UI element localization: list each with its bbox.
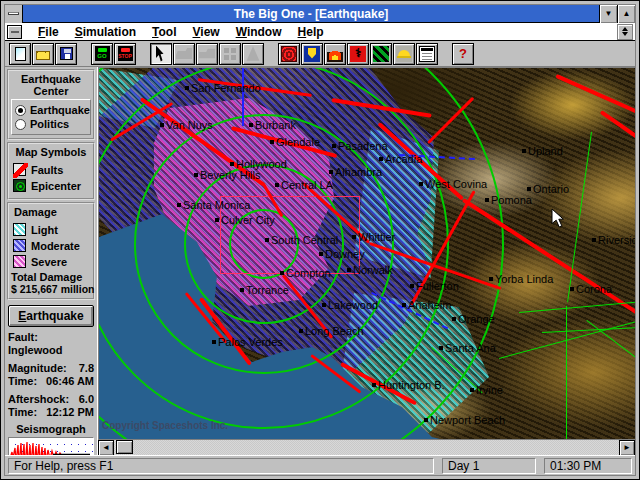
city-label-san-fernando: San Fernando: [185, 82, 261, 94]
stop-button[interactable]: STOP: [114, 43, 136, 65]
city-marker-icon: [439, 346, 443, 350]
map-symbols-list: FaultsEpicenter: [11, 163, 91, 192]
earthquake-button[interactable]: Earthquake: [8, 305, 94, 327]
city-marker-icon: [249, 123, 253, 127]
grid-tool-button[interactable]: [219, 43, 241, 65]
fire-truck-tool-button[interactable]: [173, 43, 195, 65]
maximize-button[interactable]: ▲: [617, 5, 635, 23]
open-file-button[interactable]: [32, 43, 54, 65]
mode-option-politics[interactable]: Politics: [13, 118, 89, 130]
help-button[interactable]: ?: [452, 43, 474, 65]
scrollbar-track[interactable]: [114, 440, 619, 455]
report-view-button[interactable]: [416, 43, 438, 65]
city-label-long-beach: Long Beach: [299, 325, 364, 337]
police-view-icon: [304, 46, 320, 62]
road-view-icon: [373, 46, 389, 62]
city-marker-icon: [185, 86, 189, 90]
status-time: 01:30 PM: [544, 458, 632, 474]
city-marker-icon: [319, 252, 323, 256]
road-view-button[interactable]: [370, 43, 392, 65]
menu-window[interactable]: Window: [228, 24, 290, 40]
city-marker-icon: [489, 277, 493, 281]
city-label-glendale: Glendale: [270, 136, 320, 148]
fault-line-icon: [13, 163, 26, 176]
epicenter-icon: [13, 179, 26, 192]
document-restore-button[interactable]: [617, 24, 633, 40]
road-line: [519, 302, 635, 313]
city-label-huntington-b-: Huntington B.: [372, 379, 445, 391]
pointer-tool-icon: [153, 46, 169, 62]
document-control-menu-icon: [11, 31, 19, 33]
city-marker-icon: [522, 149, 526, 153]
city-label-upland: Upland: [522, 145, 563, 157]
menu-file[interactable]: File: [30, 24, 67, 40]
go-button[interactable]: GO: [91, 43, 113, 65]
menu-simulation[interactable]: Simulation: [67, 24, 144, 40]
stat-row: Magnitude:7.8: [8, 362, 94, 375]
city-label-whittier: Whittier: [352, 231, 395, 243]
road-line: [499, 320, 635, 358]
city-label-west-covina: West Covina: [419, 178, 487, 190]
pointer-tool-button[interactable]: [150, 43, 172, 65]
menu-tool[interactable]: Tool: [144, 24, 184, 40]
fire-view-button[interactable]: [324, 43, 346, 65]
river-line: [242, 68, 244, 126]
radio-label: Earthquake: [30, 104, 90, 116]
city-label-santa-ana: Santa Ana: [439, 342, 496, 354]
scroll-right-button[interactable]: ►: [619, 440, 635, 455]
city-marker-icon: [419, 182, 423, 186]
minimize-button[interactable]: ▼: [599, 5, 617, 23]
tow-truck-tool-button[interactable]: [196, 43, 218, 65]
simulation-map[interactable]: San FernandoVan NuysBurbankGlendalePasad…: [98, 67, 635, 439]
quake-stats: Fault: Inglewood Magnitude:7.8Time:06:46…: [7, 331, 95, 419]
status-bar: For Help, press F1 Day 1 01:30 PM: [5, 455, 635, 475]
stat-label: Aftershock:: [8, 393, 69, 406]
fault-name: Inglewood: [8, 344, 94, 357]
stat-value: 7.8: [79, 362, 94, 375]
horizontal-scrollbar[interactable]: ◄ ►: [98, 439, 635, 455]
toolbar-group: [150, 43, 265, 65]
medical-view-icon: ⚕: [350, 46, 366, 62]
menu-help[interactable]: Help: [290, 24, 332, 40]
new-file-button[interactable]: [9, 43, 31, 65]
road-line: [586, 320, 635, 363]
city-marker-icon: [332, 144, 336, 148]
city-label-anaheim: Anaheim: [402, 299, 451, 311]
city-label-lakewood: Lakewood: [322, 299, 378, 311]
city-marker-icon: [280, 271, 284, 275]
medical-view-button[interactable]: ⚕: [347, 43, 369, 65]
open-file-icon: [36, 51, 50, 60]
scroll-left-button[interactable]: ◄: [98, 440, 114, 455]
scrollbar-thumb[interactable]: [116, 440, 133, 454]
status-help-text: For Help, press F1: [8, 458, 434, 474]
damage-swatch-icon: [13, 239, 26, 252]
fault-line: [555, 74, 635, 120]
window-control-menu-button[interactable]: [5, 5, 23, 23]
police-view-button[interactable]: [301, 43, 323, 65]
stop-icon: STOP: [118, 46, 133, 61]
tow-truck-tool-icon: [199, 46, 215, 62]
save-file-button[interactable]: [55, 43, 77, 65]
control-menu-icon: [8, 12, 19, 15]
city-label-newport-beach: Newport Beach: [424, 414, 505, 426]
menu-view[interactable]: View: [185, 24, 228, 40]
stat-value: 6.0: [79, 393, 94, 406]
stat-rows: Magnitude:7.8Time:06:46 AMAftershock:6.0…: [8, 362, 94, 419]
earthquake-center-title: Earthquake Center: [11, 72, 91, 99]
city-label-burbank: Burbank: [249, 119, 296, 131]
cone-tool-button[interactable]: [242, 43, 264, 65]
fire-view-icon: [327, 46, 343, 62]
city-marker-icon: [299, 329, 303, 333]
toolbar-group: [9, 43, 78, 65]
city-marker-icon: [424, 418, 428, 422]
seismic-view-button[interactable]: [278, 43, 300, 65]
mode-radio-group: EarthquakePolitics: [11, 99, 91, 135]
city-label-culver-city: Culver City: [215, 214, 275, 226]
city-marker-icon: [160, 123, 164, 127]
mode-option-earthquake[interactable]: Earthquake: [13, 104, 89, 116]
document-control-menu-button[interactable]: [7, 25, 22, 39]
total-damage-value: $ 215,667 million: [11, 283, 91, 295]
app-window: The Big One - [Earthquake] ▼ ▲ FileSimul…: [0, 0, 640, 480]
construction-view-button[interactable]: [393, 43, 415, 65]
construction-view-icon: [396, 46, 412, 62]
